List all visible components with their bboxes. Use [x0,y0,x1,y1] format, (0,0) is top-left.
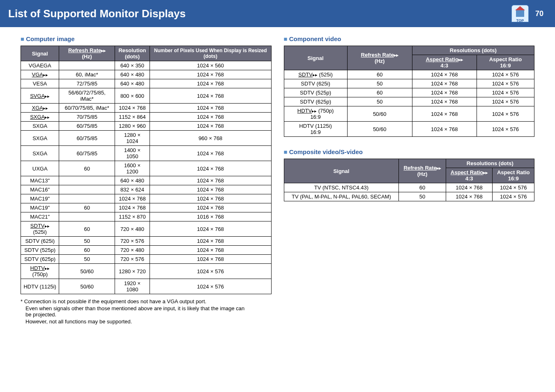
table-row: SDTV (525p)601024 × 7681024 × 576 [284,88,534,97]
table-row: HDTV (1125i)16:950/601024 × 7681024 × 57… [284,122,534,137]
th-signal2: Signal [284,46,347,70]
table-row: TV (NTSC, NTSC4.43)601024 × 7681024 × 57… [284,183,534,192]
table-row: SXGA60/75/851400 × 10501024 × 768 [21,146,272,161]
table-row: TV (PAL, M-PAL, N-PAL, PAL60, SECAM)5010… [284,192,534,201]
table-row: SDTV▸▸ (525i)60720 × 4801024 × 768 [21,221,272,237]
top-icon[interactable]: TOP [511,5,529,22]
th-signal: Signal [21,46,59,61]
page-number: 70 [532,8,547,20]
table-row: SDTV▸▸ (525i)601024 × 7681024 × 576 [284,70,534,79]
th-refresh3: Refresh Rate▸▸(Hz) [399,159,446,183]
th-resolutions: Resolutions (dots) [412,46,534,55]
table-row: HDTV▸▸(750p)50/601280 × 7201024 × 576 [21,264,272,279]
table-row: SVGA▸▸56/60/72/75/85, iMac*800 × 6001024… [21,88,272,104]
computer-table: Signal Refresh Rate▸▸(Hz) Resolution(dot… [21,46,272,294]
table-row: SDTV (625i)50720 × 5761024 × 768 [21,237,272,246]
table-row: MAC21"1152 × 8701016 × 768 [21,212,272,221]
table-row: HDTV (1125i)50/601920 × 10801024 × 576 [21,279,272,294]
title-bar: List of Supported Monitor Displays TOP 7… [0,0,555,27]
component-table: Signal Refresh Rate▸▸(Hz) Resolutions (d… [284,46,535,137]
table-row: SXGA60/75/851280 × 9601024 × 768 [21,122,272,131]
page-number-area: TOP 70 [511,5,547,22]
footnote: * Connection is not possible if the equi… [21,298,251,325]
table-row: SXGA60/75/851280 × 1024960 × 768 [21,131,272,146]
table-row: MAC13"640 × 4801024 × 768 [21,176,272,185]
table-row: MAC16"832 × 6241024 × 768 [21,185,272,194]
th-ar169b: Aspect Ratio16:9 [493,168,534,183]
table-row: SDTV (625p)50720 × 5761024 × 768 [21,255,272,264]
table-row: SDTV (625p)501024 × 7681024 × 576 [284,97,534,106]
th-ar169: Aspect Ratio16:9 [477,55,534,70]
table-row: SDTV (625i)501024 × 7681024 × 576 [284,79,534,88]
table-row: HDTV▸▸ (750p)16:950/601024 × 7681024 × 5… [284,106,534,122]
section-computer: Computer image [21,35,272,42]
th-pixels: Number of Pixels Used When Display is Re… [150,46,272,61]
th-ar43: Aspect Ratio▸▸4:3 [412,55,477,70]
composite-table: Signal Refresh Rate▸▸(Hz) Resolutions (d… [284,159,535,201]
page-title: List of Supported Monitor Displays [8,7,186,20]
th-resolution: Resolution(dots) [115,46,150,61]
table-row: VGA▸▸60, iMac*640 × 4801024 × 768 [21,70,272,79]
table-row: SXGA▸▸70/75/851152 × 8641024 × 768 [21,113,272,122]
table-row: MAC19"1024 × 7681024 × 768 [21,194,272,203]
section-composite: Composite video/S-video [284,148,535,155]
table-row: MAC19"601024 × 7681024 × 768 [21,203,272,212]
table-row: SDTV (525p)60720 × 4801024 × 768 [21,246,272,255]
th-refresh: Refresh Rate▸▸(Hz) [59,46,115,61]
table-row: XGA▸▸60/70/75/85, iMac*1024 × 7681024 × … [21,104,272,113]
th-ar43b: Aspect Ratio▸▸4:3 [446,168,493,183]
table-row: UXGA601600 × 12001024 × 768 [21,161,272,176]
section-component: Component video [284,35,535,42]
th-refresh2: Refresh Rate▸▸(Hz) [347,46,412,70]
th-resolutions2: Resolutions (dots) [446,159,534,168]
table-row: VESA72/75/85640 × 4801024 × 768 [21,79,272,88]
table-row: VGAEGA640 × 3501024 × 560 [21,61,272,70]
th-signal3: Signal [284,159,399,183]
